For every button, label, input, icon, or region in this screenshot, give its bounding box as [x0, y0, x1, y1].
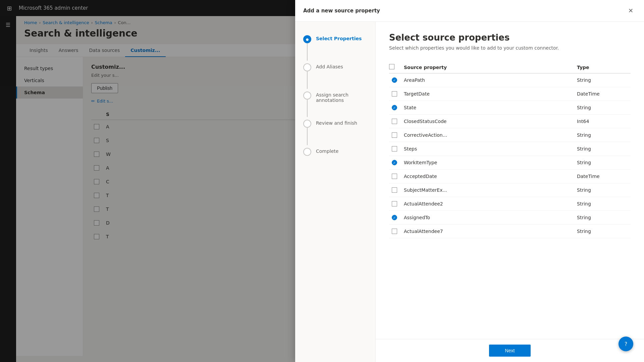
wizard-navigation: ● Select Properties Add Aliases — [295, 22, 376, 362]
wizard-step-5-label[interactable]: Complete — [316, 145, 338, 157]
props-source-6: WorkItemType — [404, 160, 573, 165]
wizard-step-5: Complete — [303, 145, 367, 157]
props-source-0: AreaPath — [404, 77, 573, 83]
props-check-9[interactable] — [392, 201, 397, 206]
props-type-0: String — [577, 77, 631, 83]
help-fab-button[interactable]: ? — [619, 337, 633, 351]
wizard-step-3: Assign search annotations — [303, 89, 367, 117]
props-row-2: ✓ State String — [389, 101, 631, 115]
props-type-4: String — [577, 132, 631, 138]
props-source-2: State — [404, 105, 573, 110]
props-check-4[interactable] — [392, 132, 397, 138]
wizard-step-1: ● Select Properties — [303, 33, 367, 61]
wizard-step-1-label[interactable]: Select Properties — [316, 33, 362, 45]
wizard-step-2-label[interactable]: Add Aliases — [316, 61, 343, 73]
props-row-4: CorrectiveAction... String — [389, 128, 631, 142]
panel-close-button[interactable]: ✕ — [625, 5, 636, 16]
properties-table: Source property Type ✓ AreaPath String T… — [389, 61, 631, 238]
panel-footer: Next — [376, 339, 644, 362]
props-table-header: Source property Type — [389, 61, 631, 73]
props-type-6: String — [577, 160, 631, 165]
wizard-step-5-icon — [303, 148, 311, 156]
wizard-steps: ● Select Properties Add Aliases — [303, 33, 367, 157]
props-check-3[interactable] — [392, 119, 397, 124]
panel-header: Add a new source property ✕ — [295, 0, 644, 22]
props-check-0[interactable]: ✓ — [392, 77, 397, 83]
props-type-3: Int64 — [577, 119, 631, 124]
props-type-7: DateTime — [577, 174, 631, 179]
props-source-5: Steps — [404, 146, 573, 152]
props-row-7: AcceptedDate DateTime — [389, 170, 631, 183]
props-type-10: String — [577, 215, 631, 220]
props-check-6[interactable]: ✓ — [392, 160, 397, 165]
wizard-step-3-icon — [303, 92, 311, 100]
header-source-property: Source property — [404, 65, 573, 70]
panel-body: ● Select Properties Add Aliases — [295, 22, 644, 362]
props-source-4: CorrectiveAction... — [404, 132, 573, 138]
props-check-2[interactable]: ✓ — [392, 105, 397, 110]
props-check-7[interactable] — [392, 174, 397, 179]
panel-header-title: Add a new source property — [303, 8, 380, 14]
props-row-5: Steps String — [389, 142, 631, 156]
props-row-8: SubjectMatterEx... String — [389, 183, 631, 197]
wizard-step-1-icon: ● — [303, 35, 311, 43]
select-all-check — [389, 64, 400, 70]
header-type: Type — [577, 65, 631, 70]
props-row-10: ✓ AssignedTo String — [389, 211, 631, 225]
props-row-1: TargetDate DateTime — [389, 87, 631, 101]
props-row-3: ClosedStatusCode Int64 — [389, 115, 631, 128]
wizard-step-2-icon — [303, 63, 311, 71]
panel-title: Select source properties — [389, 33, 631, 43]
props-type-9: String — [577, 201, 631, 206]
panel-main-content: Select source properties Select which pr… — [376, 22, 644, 362]
wizard-step-2: Add Aliases — [303, 61, 367, 89]
wizard-step-3-label[interactable]: Assign search annotations — [316, 89, 367, 106]
props-check-8[interactable] — [392, 187, 397, 193]
side-panel: Add a new source property ✕ ● Select Pro… — [295, 0, 644, 362]
props-type-11: String — [577, 229, 631, 234]
props-source-7: AcceptedDate — [404, 174, 573, 179]
props-type-5: String — [577, 146, 631, 152]
props-source-8: SubjectMatterEx... — [404, 187, 573, 193]
props-check-5[interactable] — [392, 146, 397, 152]
props-type-1: DateTime — [577, 91, 631, 97]
props-row-0: ✓ AreaPath String — [389, 73, 631, 87]
props-source-9: ActualAttendee2 — [404, 201, 573, 206]
props-row-9: ActualAttendee2 String — [389, 197, 631, 211]
props-source-3: ClosedStatusCode — [404, 119, 573, 124]
next-button[interactable]: Next — [489, 345, 531, 357]
wizard-step-4-icon — [303, 120, 311, 128]
props-source-1: TargetDate — [404, 91, 573, 97]
wizard-step-4-label[interactable]: Review and finish — [316, 117, 357, 129]
props-check-10[interactable]: ✓ — [392, 215, 397, 220]
props-type-2: String — [577, 105, 631, 110]
props-row-6: ✓ WorkItemType String — [389, 156, 631, 170]
props-row-11: ActualAttendee7 String — [389, 225, 631, 238]
props-type-8: String — [577, 187, 631, 193]
props-source-11: ActualAttendee7 — [404, 229, 573, 234]
select-all-checkbox[interactable] — [389, 64, 394, 69]
wizard-step-4: Review and finish — [303, 117, 367, 145]
props-source-10: AssignedTo — [404, 215, 573, 220]
props-check-11[interactable] — [392, 229, 397, 234]
props-check-1[interactable] — [392, 91, 397, 97]
panel-description: Select which properties you would like t… — [389, 45, 631, 51]
